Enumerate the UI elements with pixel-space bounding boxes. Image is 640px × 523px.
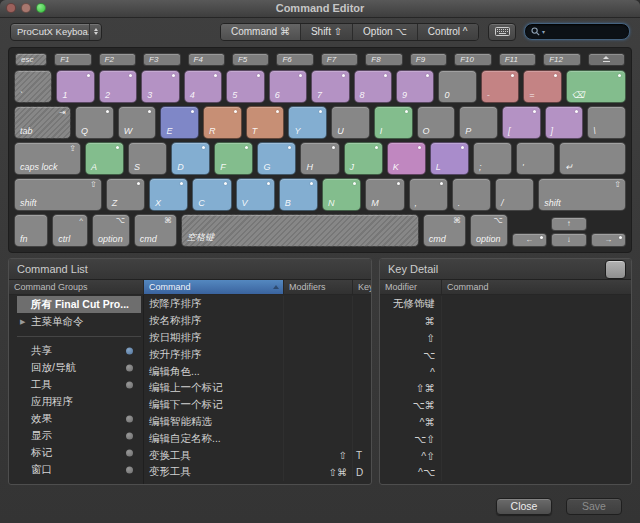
key-eject[interactable] (588, 53, 625, 66)
command-group-item[interactable]: 窗口 (17, 461, 141, 478)
command-group-item[interactable]: 所有 Final Cut Pro... (17, 296, 141, 313)
key-cmd-left[interactable]: cmd⌘ (134, 214, 177, 247)
command-group-item[interactable]: 标记 (17, 444, 141, 461)
command-group-item[interactable]: 共享 (17, 342, 141, 359)
key-f10[interactable]: F10 (454, 53, 491, 66)
command-group-item[interactable]: 应用程序 (17, 393, 141, 410)
key-bracket-right[interactable]: ] (545, 106, 584, 139)
key-f3[interactable]: F3 (143, 53, 180, 66)
key-y[interactable]: Y (288, 106, 327, 139)
command-row[interactable]: 编辑智能精选 (144, 414, 371, 431)
key-tab[interactable]: tab⇥ (14, 106, 71, 139)
command-group-item[interactable]: 回放/导航 (17, 359, 141, 376)
column-header-modifiers[interactable]: Modifiers (284, 280, 353, 294)
key-shift-left[interactable]: shift⇧ (14, 178, 102, 211)
key-option-left[interactable]: option⌥ (92, 214, 130, 247)
key-f1[interactable]: F1 (54, 53, 91, 66)
key-6[interactable]: 6 (269, 70, 307, 103)
modifier-button-control[interactable]: Control ^ (418, 24, 478, 40)
disclosure-triangle-icon[interactable]: ▶ (20, 318, 25, 326)
command-row[interactable]: 变形工具⇧⌘D (144, 464, 371, 481)
key-0[interactable]: 0 (438, 70, 476, 103)
key-d[interactable]: D (171, 142, 210, 175)
key-b[interactable]: B (279, 178, 318, 211)
key-i[interactable]: I (374, 106, 413, 139)
key-p[interactable]: P (459, 106, 498, 139)
close-window-button[interactable] (6, 3, 16, 13)
key-v[interactable]: V (236, 178, 275, 211)
key-f5[interactable]: F5 (232, 53, 269, 66)
command-row[interactable]: 按降序排序 (144, 296, 371, 313)
key-f2[interactable]: F2 (99, 53, 136, 66)
key-e[interactable]: E (160, 106, 199, 139)
key-f6[interactable]: F6 (276, 53, 313, 66)
key-detail-row[interactable]: ⌥⌘ (380, 397, 631, 414)
key-5[interactable]: 5 (226, 70, 264, 103)
key-delete[interactable]: ⌫ (566, 70, 626, 103)
key-4[interactable]: 4 (184, 70, 222, 103)
key-semicolon[interactable]: ; (473, 142, 512, 175)
key-arrow-left[interactable]: ← (512, 233, 547, 247)
close-button[interactable]: Close (496, 498, 552, 515)
command-row[interactable]: 变换工具⇧T (144, 447, 371, 464)
zoom-window-button[interactable] (36, 3, 46, 13)
column-header-key[interactable]: Key (353, 280, 371, 294)
key-slash[interactable]: / (495, 178, 534, 211)
key-8[interactable]: 8 (354, 70, 392, 103)
key-w[interactable]: W (118, 106, 157, 139)
key-detail-row[interactable]: ⌘ (380, 313, 631, 330)
key-cmd-right[interactable]: cmd⌘ (423, 214, 466, 247)
key-quote[interactable]: ' (516, 142, 555, 175)
key-t[interactable]: T (246, 106, 285, 139)
command-group-item[interactable]: 效果 (17, 410, 141, 427)
key-m[interactable]: M (365, 178, 404, 211)
save-button[interactable]: Save (566, 498, 622, 515)
key-return[interactable]: ↵ (559, 142, 626, 175)
key-2[interactable]: 2 (99, 70, 137, 103)
key-a[interactable]: A (85, 142, 124, 175)
command-group-item[interactable]: 工具 (17, 376, 141, 393)
key-q[interactable]: Q (75, 106, 114, 139)
key-period[interactable]: . (452, 178, 491, 211)
key-f4[interactable]: F4 (188, 53, 225, 66)
key-n[interactable]: N (322, 178, 361, 211)
key-g[interactable]: G (257, 142, 296, 175)
key-u[interactable]: U (331, 106, 370, 139)
command-row[interactable]: 按升序排序 (144, 346, 371, 363)
preset-dropdown[interactable]: ProCutX Keyboa... (10, 23, 102, 41)
command-group-item[interactable]: 显示 (17, 427, 141, 444)
key-f12[interactable]: F12 (543, 53, 580, 66)
key-caps-lock[interactable]: caps lock⇪ (14, 142, 81, 175)
column-header-command[interactable]: Command (144, 280, 284, 294)
minimize-window-button[interactable] (21, 3, 31, 13)
command-row[interactable]: 编辑角色... (144, 363, 371, 380)
key-f11[interactable]: F11 (499, 53, 536, 66)
key-arrow-right[interactable]: → (591, 233, 626, 247)
key-3[interactable]: 3 (141, 70, 179, 103)
key-j[interactable]: J (344, 142, 383, 175)
command-group-item[interactable]: ▶主菜单命令 (17, 313, 141, 330)
key-r[interactable]: R (203, 106, 242, 139)
key-l[interactable]: L (430, 142, 469, 175)
modifier-button-shift[interactable]: Shift ⇧ (301, 24, 353, 40)
key-detail-row[interactable]: ^ (380, 363, 631, 380)
key-x[interactable]: X (149, 178, 188, 211)
key-f[interactable]: F (214, 142, 253, 175)
key-s[interactable]: S (128, 142, 167, 175)
key-detail-row[interactable]: ⌥⇧ (380, 430, 631, 447)
key-7[interactable]: 7 (311, 70, 349, 103)
command-row[interactable]: 编辑上一个标记 (144, 380, 371, 397)
key-comma[interactable]: , (409, 178, 448, 211)
key-k[interactable]: K (387, 142, 426, 175)
modifier-button-command[interactable]: Command ⌘ (221, 24, 301, 40)
command-row[interactable]: 按名称排序 (144, 313, 371, 330)
key-1[interactable]: 1 (56, 70, 94, 103)
key-detail-row[interactable]: ^⌘ (380, 414, 631, 431)
modifier-button-option[interactable]: Option ⌥ (353, 24, 418, 40)
key-9[interactable]: 9 (396, 70, 434, 103)
key-detail-row[interactable]: ⇧⌘ (380, 380, 631, 397)
key-fn[interactable]: fn (14, 214, 48, 247)
key-arrow-up[interactable]: ↑ (551, 217, 588, 231)
command-row[interactable]: 按日期排序 (144, 330, 371, 347)
key-detail-row[interactable]: ^⌥ (380, 464, 631, 481)
